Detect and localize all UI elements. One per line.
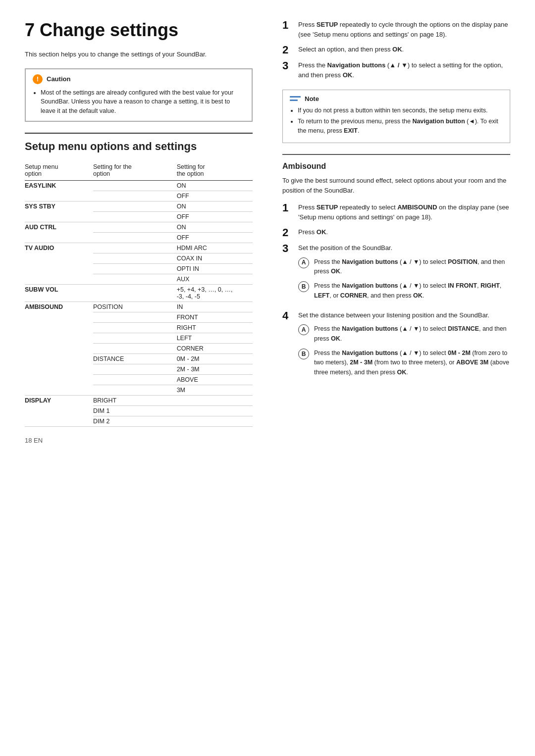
value-cell: +5, +4, +3, …, 0, …,-3, -4, -5 [177, 285, 253, 302]
value-cell: CORNER [177, 344, 253, 354]
caution-title: Caution [47, 75, 70, 83]
setting-cell [93, 212, 177, 222]
sub-step-label-a: A [298, 257, 309, 268]
menu-cell: EASYLINK [25, 181, 93, 202]
value-cell: OFF [177, 233, 253, 243]
table-row: TV AUDIO HDMI ARC [25, 243, 253, 253]
step-number-3: 3 [282, 60, 292, 71]
value-cell: ON [177, 181, 253, 191]
setting-cell [93, 233, 177, 243]
setting-cell [93, 364, 177, 375]
table-row: AMBISOUND POSITION IN [25, 302, 253, 312]
ambisound-intro: To give the best surround sound effect, … [282, 176, 510, 196]
ambisound-sub-step-4a: A Press the Navigation buttons (▲ / ▼) t… [298, 324, 510, 344]
ambisound-step-3-content: Set the position of the SoundBar. A Pres… [298, 243, 510, 305]
value-cell: ON [177, 222, 253, 233]
table-header-row: Setup menuoption Setting for theoption S… [25, 161, 253, 181]
setting-cell [93, 344, 177, 354]
ambisound-section: Ambisound To give the best surround soun… [282, 162, 510, 382]
setting-cell [93, 333, 177, 344]
note-title: Note [305, 95, 319, 102]
ambisound-step-2-content: Press OK. [298, 227, 328, 237]
step-3-content: Press the Navigation buttons (▲ / ▼) to … [298, 60, 510, 80]
menu-cell: TV AUDIO [25, 243, 93, 285]
menu-cell: AMBISOUND [25, 302, 93, 396]
value-cell: RIGHT [177, 323, 253, 333]
ambisound-sub-step-3a: A Press the Navigation buttons (▲ / ▼) t… [298, 257, 510, 277]
steps-section: 1 Press SETUP repeatedly to cycle throug… [282, 20, 510, 81]
sub-step-label-b: B [298, 281, 309, 292]
section-divider [282, 154, 510, 155]
value-cell: OFF [177, 191, 253, 202]
settings-table: Setup menuoption Setting for theoption S… [25, 161, 253, 427]
sub-step-4b-content: Press the Navigation buttons (▲ / ▼) to … [314, 349, 510, 377]
value-cell: COAX IN [177, 253, 253, 264]
step-number-1: 1 [282, 20, 292, 31]
value-cell [177, 396, 253, 406]
left-column: 7 Change settings This section helps you… [25, 20, 258, 444]
table-row: DISPLAY BRIGHT [25, 396, 253, 406]
value-cell: IN [177, 302, 253, 312]
setting-cell [93, 222, 177, 233]
setting-cell: DISTANCE [93, 354, 177, 364]
setting-cell: POSITION [93, 302, 177, 312]
sub-step-label-4a: A [298, 324, 309, 335]
ambisound-step-2: 2 Press OK. [282, 227, 510, 238]
setting-cell [93, 312, 177, 323]
setting-cell: BRIGHT [93, 396, 177, 406]
menu-cell: SYS STBY [25, 202, 93, 222]
table-row: EASYLINK ON [25, 181, 253, 191]
value-cell: ON [177, 202, 253, 212]
col-header-menu: Setup menuoption [25, 161, 93, 181]
menu-cell: AUD CTRL [25, 222, 93, 243]
sub-step-4a-content: Press the Navigation buttons (▲ / ▼) to … [314, 324, 510, 344]
step-number-2: 2 [282, 45, 292, 55]
menu-cell: SUBW VOL [25, 285, 93, 302]
value-cell: 3M [177, 385, 253, 396]
setting-cell: DIM 1 [93, 406, 177, 416]
caution-body: Most of the settings are already configu… [33, 88, 245, 116]
ambisound-step-3: 3 Set the position of the SoundBar. A Pr… [282, 243, 510, 305]
setting-cell [93, 274, 177, 285]
setting-cell: DIM 2 [93, 416, 177, 427]
table-row: SUBW VOL +5, +4, +3, …, 0, …,-3, -4, -5 [25, 285, 253, 302]
step-2-content: Select an option, and then press OK. [298, 45, 404, 54]
setting-cell [93, 385, 177, 396]
table-row: SYS STBY ON [25, 202, 253, 212]
caution-header: ! Caution [33, 74, 245, 84]
setting-cell [93, 243, 177, 253]
step-1: 1 Press SETUP repeatedly to cycle throug… [282, 20, 510, 40]
value-cell: ABOVE [177, 375, 253, 385]
note-item-2: To return to the previous menu, press th… [298, 117, 503, 136]
value-cell: OFF [177, 212, 253, 222]
page-footer: 18 EN [25, 437, 253, 444]
ambisound-step-number-3: 3 [282, 243, 292, 254]
intro-text: This section helps you to change the set… [25, 50, 253, 59]
chapter-title: 7 Change settings [25, 20, 253, 41]
setting-cell [93, 253, 177, 264]
ambisound-step-4: 4 Set the distance between your listenin… [282, 310, 510, 382]
ambisound-step-number-1: 1 [282, 202, 292, 213]
col-header-value: Setting forthe option [177, 161, 253, 181]
setting-cell [93, 191, 177, 202]
value-cell: HDMI ARC [177, 243, 253, 253]
setting-cell [93, 264, 177, 274]
ambisound-title: Ambisound [282, 162, 510, 171]
note-header: Note [290, 95, 503, 102]
value-cell: 2M - 3M [177, 364, 253, 375]
setting-cell [93, 375, 177, 385]
right-column: 1 Press SETUP repeatedly to cycle throug… [277, 20, 510, 444]
chapter-number: 7 [25, 20, 35, 40]
ambisound-sub-step-4b: B Press the Navigation buttons (▲ / ▼) t… [298, 349, 510, 377]
ambisound-step-1-content: Press SETUP repeatedly to select AMBISOU… [298, 202, 510, 222]
sub-step-3a-content: Press the Navigation buttons (▲ / ▼) to … [314, 257, 510, 277]
step-3: 3 Press the Navigation buttons (▲ / ▼) t… [282, 60, 510, 80]
value-cell: AUX [177, 274, 253, 285]
value-cell: LEFT [177, 333, 253, 344]
setting-cell [93, 285, 177, 302]
value-cell: FRONT [177, 312, 253, 323]
setting-cell [93, 181, 177, 191]
note-body: If you do not press a button within ten … [290, 106, 503, 136]
col-header-setting: Setting for theoption [93, 161, 177, 181]
caution-box: ! Caution Most of the settings are alrea… [25, 68, 253, 122]
